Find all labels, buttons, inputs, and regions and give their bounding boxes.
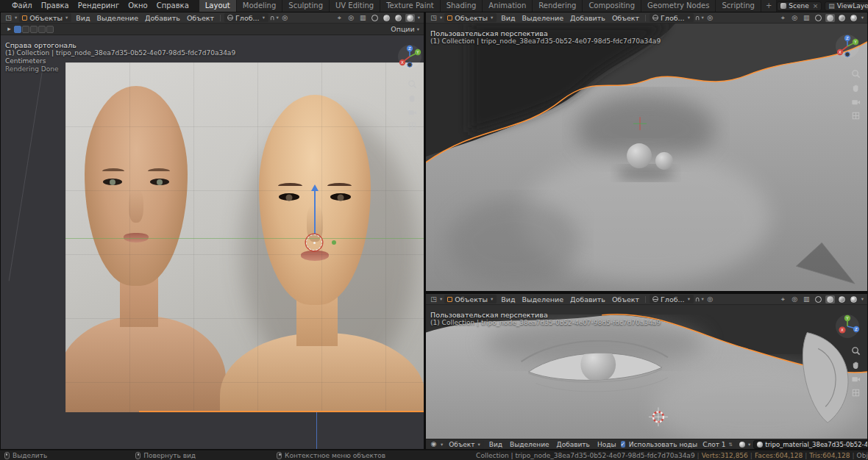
- menu-nodes[interactable]: Ноды: [594, 441, 619, 448]
- menu-window[interactable]: Окно: [124, 0, 152, 12]
- cursor-tool[interactable]: [46, 26, 54, 33]
- shading-rendered-button[interactable]: [849, 295, 858, 303]
- editor-type-chevron-icon[interactable]: ▾: [440, 442, 444, 448]
- options-label[interactable]: Опции: [391, 25, 415, 33]
- menu-view[interactable]: Вид: [498, 14, 518, 22]
- toggle-ortho-icon[interactable]: [851, 111, 861, 121]
- menu-select[interactable]: Выделение: [507, 441, 552, 448]
- proportional-edit-icon[interactable]: ◎: [705, 296, 715, 303]
- tab-compositing[interactable]: Compositing: [583, 0, 641, 12]
- zoom-icon[interactable]: [851, 346, 861, 356]
- pan-hand-icon[interactable]: [851, 360, 861, 370]
- viewlayer-selector[interactable]: ▤ ViewLayer ×: [825, 1, 868, 11]
- snap-magnet-icon[interactable]: ∪: [695, 296, 700, 303]
- proportional-edit-icon[interactable]: ◎: [280, 15, 290, 21]
- tab-scripting[interactable]: Scripting: [716, 0, 761, 12]
- snap-chevron-icon[interactable]: ▾: [701, 15, 705, 21]
- editor-type-chevron-icon[interactable]: ▾: [439, 296, 443, 302]
- tab-rendering[interactable]: Rendering: [533, 0, 583, 12]
- toggle-ortho-icon[interactable]: [851, 388, 861, 398]
- slot-dropdown[interactable]: Слот 1 ⇅: [700, 440, 736, 449]
- reference-photo-plane[interactable]: [65, 62, 424, 412]
- menu-object[interactable]: Объект: [184, 14, 217, 22]
- show-gizmo-icon[interactable]: ⌖: [778, 15, 788, 21]
- shading-solid-button[interactable]: [825, 295, 835, 303]
- options-chevron-icon[interactable]: ▾: [416, 26, 420, 32]
- shading-chevron-icon[interactable]: ▾: [417, 15, 421, 21]
- menu-object[interactable]: Объект: [609, 295, 642, 303]
- scene-selector[interactable]: Scene ×: [777, 1, 822, 11]
- viewport-canvas-top-right[interactable]: Пользовательская перспектива (1) Collect…: [426, 24, 867, 291]
- shading-chevron-icon[interactable]: ▾: [861, 15, 864, 21]
- menu-view[interactable]: Вид: [498, 295, 518, 303]
- zoom-icon[interactable]: [851, 69, 861, 79]
- zoom-icon[interactable]: [408, 79, 417, 89]
- proportional-edit-icon[interactable]: ◎: [705, 15, 715, 21]
- menu-view[interactable]: Вид: [73, 14, 93, 22]
- pan-hand-icon[interactable]: [408, 93, 417, 103]
- add-workspace-button[interactable]: +: [761, 0, 777, 12]
- gizmo-green-handle[interactable]: [332, 240, 336, 245]
- shading-material-button[interactable]: [837, 295, 847, 303]
- snap-chevron-icon[interactable]: ▾: [701, 296, 705, 302]
- shading-wireframe-button[interactable]: [814, 295, 823, 303]
- tab-modeling[interactable]: Modeling: [237, 0, 283, 12]
- menu-select[interactable]: Выделение: [519, 295, 566, 303]
- material-name-field[interactable]: tripo_material_38ea7d35-0b52-4e07-98d5-f…: [753, 440, 868, 449]
- menu-add[interactable]: Добавить: [142, 14, 183, 22]
- shading-rendered-button[interactable]: [849, 14, 858, 22]
- camera-view-icon[interactable]: [851, 97, 861, 107]
- overlays-icon[interactable]: ◎: [346, 15, 356, 21]
- shading-solid-button[interactable]: [382, 14, 391, 22]
- toggle-ortho-icon[interactable]: [408, 121, 417, 131]
- menu-select[interactable]: Выделение: [93, 14, 141, 22]
- tab-layout[interactable]: Layout: [199, 0, 237, 12]
- snap-magnet-icon[interactable]: ∪: [270, 15, 275, 21]
- shading-wireframe-button[interactable]: [370, 14, 380, 22]
- shading-material-button[interactable]: [394, 14, 403, 22]
- editor-type-icon[interactable]: ◳: [429, 15, 438, 21]
- shading-rendered-button[interactable]: [405, 14, 415, 22]
- show-gizmo-icon[interactable]: ⌖: [335, 15, 344, 21]
- select-lasso-tool[interactable]: [38, 26, 46, 33]
- viewport-canvas-left[interactable]: Справа ортогональ (1) Collection | tripo…: [1, 35, 424, 449]
- tool-expand-icon[interactable]: ▸: [4, 26, 14, 32]
- camera-view-icon[interactable]: [851, 374, 861, 384]
- shader-editor-icon[interactable]: ◉: [429, 441, 438, 448]
- editor-type-icon[interactable]: ◳: [429, 296, 438, 303]
- mode-dropdown[interactable]: Объекты ▾: [19, 13, 71, 22]
- shading-chevron-icon[interactable]: ▾: [861, 296, 864, 302]
- transform-orientation-dropdown[interactable]: Глоб... ▾: [224, 13, 268, 22]
- xray-icon[interactable]: ▥: [358, 15, 368, 21]
- overlays-icon[interactable]: ◎: [790, 296, 800, 303]
- tab-shading[interactable]: Shading: [441, 0, 483, 12]
- xray-icon[interactable]: ▥: [802, 296, 811, 303]
- mode-dropdown[interactable]: Объекты ▾: [444, 13, 497, 22]
- material-browse-chevron-icon[interactable]: ▾: [747, 442, 751, 448]
- viewport-canvas-bottom-right[interactable]: Пользовательская перспектива (1) Collect…: [426, 305, 867, 439]
- select-tweak-tool[interactable]: [14, 26, 21, 33]
- mode-dropdown[interactable]: Объекты ▾: [444, 295, 497, 303]
- shading-material-button[interactable]: [837, 14, 847, 22]
- cursor-3d[interactable]: [306, 234, 322, 251]
- tab-animation[interactable]: Animation: [483, 0, 533, 12]
- navigation-gizmo[interactable]: Z Y X: [397, 44, 422, 69]
- editor-type-icon[interactable]: ◳: [4, 15, 13, 21]
- menu-add[interactable]: Добавить: [567, 14, 608, 22]
- menu-help[interactable]: Справка: [152, 0, 193, 12]
- tab-sculpting[interactable]: Sculpting: [282, 0, 330, 12]
- tab-geometry-nodes[interactable]: Geometry Nodes: [641, 0, 716, 12]
- menu-render[interactable]: Рендеринг: [74, 0, 124, 12]
- select-circle-tool[interactable]: [30, 26, 38, 33]
- menu-select[interactable]: Выделение: [519, 14, 566, 22]
- pan-hand-icon[interactable]: [851, 83, 861, 93]
- snap-magnet-icon[interactable]: ∪: [695, 15, 700, 21]
- menu-edit[interactable]: Правка: [37, 0, 74, 12]
- scene-unlink-icon[interactable]: ×: [811, 2, 819, 10]
- move-gizmo-arrow[interactable]: [314, 187, 316, 234]
- shading-solid-button[interactable]: [825, 14, 835, 22]
- editor-type-chevron-icon[interactable]: ▾: [439, 15, 443, 21]
- tab-uv-editing[interactable]: UV Editing: [330, 0, 380, 12]
- menu-object[interactable]: Объект: [609, 14, 642, 22]
- shading-wireframe-button[interactable]: [814, 14, 823, 22]
